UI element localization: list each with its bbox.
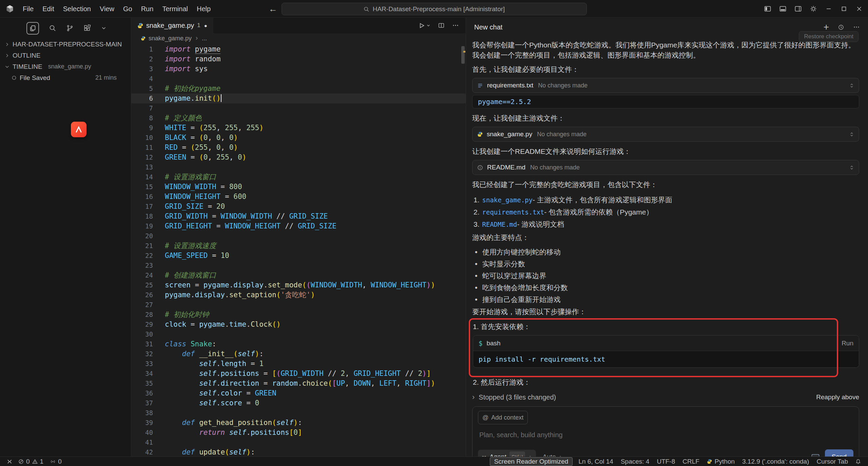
- file-link[interactable]: README.md: [482, 219, 517, 229]
- files-icon[interactable]: [26, 22, 39, 35]
- back-icon[interactable]: ←: [269, 4, 277, 14]
- chat-input[interactable]: Plan, search, build anything: [479, 430, 853, 440]
- code-line[interactable]: 42 def update(self):: [131, 447, 466, 457]
- code-line[interactable]: 5# 初始化pygame: [131, 84, 466, 94]
- code-line[interactable]: 27: [131, 300, 466, 310]
- code-line[interactable]: 37 self.score = 0: [131, 398, 466, 408]
- language-item[interactable]: Python: [703, 457, 738, 466]
- toggle-secondary-sidebar-icon[interactable]: [790, 0, 806, 18]
- code-line[interactable]: 23: [131, 261, 466, 270]
- menu-selection[interactable]: Selection: [59, 0, 95, 18]
- search-sidebar-icon[interactable]: [49, 24, 56, 32]
- chat-history-icon[interactable]: [838, 24, 844, 31]
- eol-item[interactable]: CRLF: [679, 457, 703, 466]
- ports-indicator[interactable]: 0: [47, 457, 65, 466]
- new-chat-plus-icon[interactable]: +: [824, 22, 829, 32]
- toggle-panel-icon[interactable]: [775, 0, 790, 18]
- code-line[interactable]: 1import pygame: [131, 44, 466, 54]
- minimize-button[interactable]: [821, 0, 836, 18]
- remote-indicator[interactable]: [3, 457, 15, 466]
- problems-indicator[interactable]: 0 1: [15, 457, 47, 466]
- run-button[interactable]: [419, 22, 430, 29]
- code-line[interactable]: 28# 初始化时钟: [131, 310, 466, 320]
- code-line[interactable]: 9WHITE = (255, 255, 255): [131, 123, 466, 133]
- file-card-readme[interactable]: README.md No changes made: [472, 160, 859, 175]
- extensions-icon[interactable]: [83, 24, 91, 32]
- code-line[interactable]: 4: [131, 74, 466, 84]
- code-line[interactable]: 34 self.positions = [(GRID_WIDTH // 2, G…: [131, 369, 466, 379]
- scrollbar-thumb[interactable]: [461, 46, 465, 64]
- maximize-button[interactable]: [836, 0, 851, 18]
- source-control-icon[interactable]: [66, 24, 74, 32]
- code-line[interactable]: 18GRID_WIDTH = WINDOW_WIDTH // GRID_SIZE: [131, 211, 466, 221]
- file-card-snake-game[interactable]: snake_game.py No changes made: [472, 127, 859, 142]
- encoding-item[interactable]: UTF-8: [653, 457, 679, 466]
- file-link[interactable]: snake_game.py: [482, 195, 533, 205]
- code-line[interactable]: 41: [131, 438, 466, 447]
- ai-assistant-badge[interactable]: [71, 122, 86, 137]
- code-line[interactable]: 30: [131, 329, 466, 339]
- timeline-entry[interactable]: File Saved 21 mins: [0, 72, 131, 83]
- breadcrumb[interactable]: snake_game.py ...: [131, 33, 466, 43]
- code-line[interactable]: 21# 设置游戏速度: [131, 241, 466, 251]
- code-line[interactable]: 7: [131, 103, 466, 113]
- unfold-icon[interactable]: [849, 165, 854, 170]
- modified-dot-icon[interactable]: ●: [204, 23, 207, 28]
- chevron-down-icon[interactable]: [101, 25, 107, 31]
- unfold-icon[interactable]: [849, 83, 854, 88]
- code-line[interactable]: 16WINDOW_HEIGHT = 600: [131, 192, 466, 202]
- indentation-item[interactable]: Spaces: 4: [617, 457, 653, 466]
- screen-reader-item[interactable]: Screen Reader Optimized: [490, 457, 573, 466]
- menu-edit[interactable]: Edit: [38, 0, 58, 18]
- settings-gear-icon[interactable]: [806, 0, 821, 18]
- menu-run[interactable]: Run: [137, 0, 158, 18]
- code-line[interactable]: 26pygame.display.set_caption('贪吃蛇'): [131, 290, 466, 300]
- menu-file[interactable]: File: [18, 0, 38, 18]
- code-line[interactable]: 36 self.color = GREEN: [131, 388, 466, 398]
- model-selector[interactable]: Auto: [543, 452, 562, 457]
- code-line[interactable]: 39 def get_head_position(self):: [131, 418, 466, 428]
- sidebar-item-project[interactable]: HAR-DATASET-PREPROCESS-MAIN: [0, 39, 131, 50]
- cursor-tab-item[interactable]: Cursor Tab: [813, 457, 852, 466]
- reapply-above-button[interactable]: Reapply above: [816, 392, 859, 402]
- code-line[interactable]: 12GREEN = (0, 255, 0): [131, 153, 466, 162]
- search-box[interactable]: HAR-Dataset-Preprocess-main [Administrat…: [282, 3, 587, 15]
- notifications-bell-icon[interactable]: [852, 457, 865, 466]
- code-line[interactable]: 29clock = pygame.time.Clock(): [131, 320, 466, 329]
- menu-terminal[interactable]: Terminal: [158, 0, 192, 18]
- code-line[interactable]: 20: [131, 231, 466, 241]
- line-col-item[interactable]: Ln 6, Col 14: [575, 457, 617, 466]
- menu-view[interactable]: View: [95, 0, 119, 18]
- code-line[interactable]: 35 self.direction = random.choice([UP, D…: [131, 379, 466, 388]
- restore-checkpoint-button[interactable]: Restore checkpoint: [799, 31, 859, 42]
- chat-composer[interactable]: @ Add context Plan, search, build anythi…: [472, 406, 859, 457]
- add-context-chip[interactable]: @ Add context: [478, 411, 528, 424]
- code-line[interactable]: 31class Snake:: [131, 339, 466, 349]
- code-line[interactable]: 25screen = pygame.display.set_mode((WIND…: [131, 280, 466, 290]
- code-line[interactable]: 22GAME_SPEED = 10: [131, 251, 466, 261]
- code-line[interactable]: 11RED = (255, 0, 0): [131, 143, 466, 153]
- sidebar-item-outline[interactable]: OUTLINE: [0, 50, 131, 61]
- menu-help[interactable]: Help: [192, 0, 215, 18]
- code-line[interactable]: 6pygame.init(): [131, 94, 466, 103]
- code-line[interactable]: 32 def __init__(self):: [131, 349, 466, 359]
- code-line[interactable]: 10BLACK = (0, 0, 0): [131, 133, 466, 143]
- file-card-requirements[interactable]: requirements.txt No changes made: [472, 78, 859, 93]
- code-line[interactable]: 24# 创建游戏窗口: [131, 270, 466, 280]
- code-line[interactable]: 19GRID_HEIGHT = WINDOW_HEIGHT // GRID_SI…: [131, 221, 466, 231]
- code-line[interactable]: 15WINDOW_WIDTH = 800: [131, 182, 466, 192]
- unfold-icon[interactable]: [849, 132, 854, 137]
- toggle-sidebar-icon[interactable]: [760, 0, 775, 18]
- more-actions-icon[interactable]: [452, 22, 459, 29]
- requirements-code-block[interactable]: pygame==2.5.2: [472, 95, 859, 108]
- code-line[interactable]: 8# 定义颜色: [131, 113, 466, 123]
- code-line[interactable]: 13: [131, 162, 466, 172]
- tab-snake-game[interactable]: snake_game.py 1 ●: [131, 18, 213, 33]
- send-button[interactable]: Send: [825, 449, 853, 457]
- code-line[interactable]: 38: [131, 408, 466, 418]
- code-area[interactable]: 1import pygame2import random3import sys4…: [131, 43, 466, 457]
- chat-more-icon[interactable]: [853, 24, 860, 31]
- file-link[interactable]: requirements.txt: [482, 207, 544, 217]
- sidebar-item-timeline[interactable]: TIMELINE snake_game.py: [0, 61, 131, 72]
- split-editor-icon[interactable]: [438, 22, 445, 29]
